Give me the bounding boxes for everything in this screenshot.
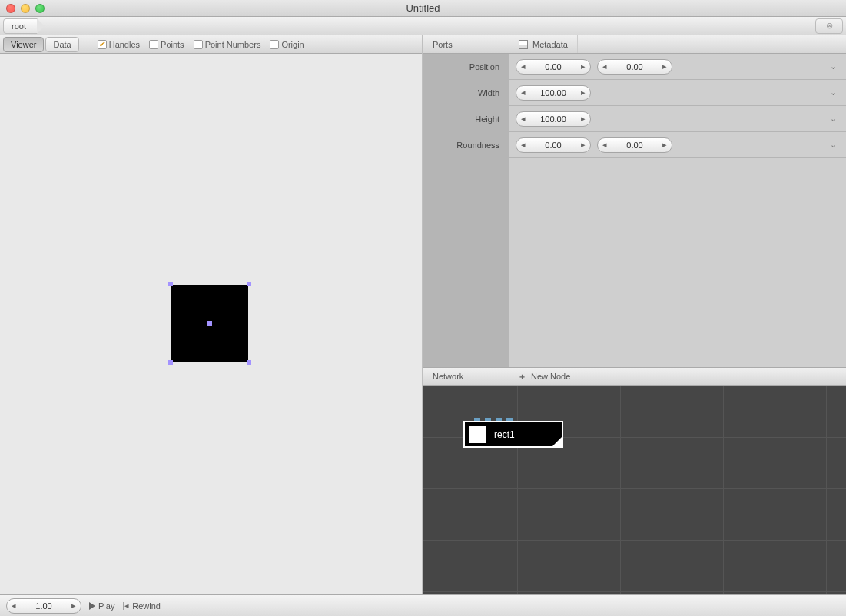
main-area: Viewer Data ✔Handles Points Point Number… (0, 35, 846, 594)
properties-empty-area (423, 158, 846, 367)
breadcrumb-root[interactable]: root (3, 18, 38, 34)
expand-icon[interactable]: ⌄ (828, 140, 838, 151)
new-node-button[interactable]: ＋ New Node (509, 368, 570, 385)
node-input-ports (474, 418, 513, 421)
play-icon (89, 602, 95, 610)
expand-icon[interactable]: ⌄ (828, 114, 838, 124)
decrement-icon[interactable]: ◂ (598, 138, 612, 152)
node-thumbnail (469, 426, 486, 443)
position-x-stepper[interactable]: ◂0.00▸ (516, 59, 591, 75)
property-roundness-label: Roundness (423, 132, 509, 157)
tab-viewer[interactable]: Viewer (3, 37, 44, 52)
tab-metadata[interactable]: Metadata (509, 35, 578, 53)
handle-top-right[interactable] (247, 282, 251, 286)
close-icon: ⊗ (826, 21, 833, 31)
new-node-label: New Node (531, 372, 570, 381)
tab-data[interactable]: Data (45, 37, 78, 52)
expand-icon[interactable]: ⌄ (828, 88, 838, 98)
tab-metadata-label: Metadata (532, 40, 568, 49)
checkbox-points[interactable]: Points (149, 40, 184, 49)
node-name-label: rect1 (494, 429, 515, 440)
checkbox-point-numbers[interactable]: Point Numbers (194, 40, 261, 49)
width-stepper[interactable]: ◂100.00▸ (516, 85, 591, 101)
viewer-pane: Viewer Data ✔Handles Points Point Number… (0, 35, 423, 594)
handle-bottom-left[interactable] (168, 360, 173, 365)
check-icon: ✔ (98, 40, 107, 49)
tab-ports-label: Ports (433, 40, 453, 49)
port-icon[interactable] (474, 418, 480, 421)
rewind-button[interactable]: |◂Rewind (122, 601, 161, 611)
network-canvas[interactable]: rect1 (423, 386, 846, 594)
checkbox-icon (149, 40, 158, 49)
checkbox-point-numbers-label: Point Numbers (205, 40, 261, 49)
property-roundness: Roundness ◂0.00▸ ◂0.00▸ ⌄ (423, 132, 846, 158)
network-header: Network ＋ New Node (423, 367, 846, 386)
handle-bottom-right[interactable] (247, 360, 251, 365)
right-pane: Ports Metadata Position ◂0.00▸ ◂0.00▸ ⌄ … (423, 35, 846, 594)
increment-icon[interactable]: ▸ (658, 60, 672, 74)
timeline-footer: ◂1.00▸ Play |◂Rewind (0, 594, 846, 616)
checkbox-handles-label: Handles (109, 40, 140, 49)
breadcrumb-root-label: root (12, 22, 26, 31)
port-icon[interactable] (485, 418, 491, 421)
port-icon[interactable] (506, 418, 513, 421)
checkbox-origin[interactable]: Origin (270, 40, 304, 49)
node-rect1[interactable]: rect1 (463, 421, 563, 448)
property-position: Position ◂0.00▸ ◂0.00▸ ⌄ (423, 54, 846, 80)
checkbox-points-label: Points (161, 40, 184, 49)
frame-value[interactable]: 1.00 (21, 601, 67, 611)
metadata-icon (519, 40, 528, 49)
roundness-x-stepper[interactable]: ◂0.00▸ (516, 137, 591, 153)
decrement-icon[interactable]: ◂ (516, 60, 530, 74)
viewer-canvas[interactable] (0, 54, 422, 594)
checkbox-handles[interactable]: ✔Handles (98, 40, 140, 49)
decrement-icon[interactable]: ◂ (516, 112, 530, 126)
increment-icon[interactable]: ▸ (576, 60, 590, 74)
network-title: Network (423, 368, 509, 385)
properties-header: Ports Metadata (423, 35, 846, 54)
checkbox-origin-label: Origin (281, 40, 304, 49)
handle-top-left[interactable] (168, 282, 173, 286)
increment-icon[interactable]: ▸ (576, 86, 590, 100)
tab-ports[interactable]: Ports (423, 35, 509, 53)
handle-center[interactable] (207, 321, 212, 326)
frame-stepper[interactable]: ◂1.00▸ (6, 598, 81, 614)
viewer-options: ✔Handles Points Point Numbers Origin (98, 40, 304, 49)
checkbox-icon (270, 40, 279, 49)
increment-icon[interactable]: ▸ (658, 138, 672, 152)
property-position-label: Position (423, 54, 509, 79)
property-width: Width ◂100.00▸ ⌄ (423, 80, 846, 106)
property-width-label: Width (423, 80, 509, 105)
breadcrumb-close-button[interactable]: ⊗ (815, 18, 843, 34)
decrement-icon[interactable]: ◂ (598, 60, 612, 74)
node-render-flag-icon[interactable] (552, 436, 562, 447)
decrement-icon[interactable]: ◂ (516, 86, 530, 100)
checkbox-icon (194, 40, 203, 49)
property-height-label: Height (423, 106, 509, 131)
decrement-icon[interactable]: ◂ (7, 599, 21, 613)
port-icon[interactable] (496, 418, 502, 421)
increment-icon[interactable]: ▸ (576, 112, 590, 126)
title-bar: Untitled (0, 0, 846, 17)
plus-icon: ＋ (517, 372, 526, 381)
breadcrumb-bar: root ⊗ (0, 17, 846, 35)
expand-icon[interactable]: ⌄ (828, 61, 838, 72)
decrement-icon[interactable]: ◂ (516, 138, 530, 152)
play-label: Play (98, 601, 114, 611)
position-y-stepper[interactable]: ◂0.00▸ (597, 59, 672, 75)
play-button[interactable]: Play (89, 601, 114, 611)
roundness-x-value[interactable]: 0.00 (530, 141, 576, 150)
position-x-value[interactable]: 0.00 (530, 62, 576, 71)
rewind-label: Rewind (132, 601, 161, 611)
height-stepper[interactable]: ◂100.00▸ (516, 111, 591, 127)
width-value[interactable]: 100.00 (530, 88, 576, 98)
roundness-y-stepper[interactable]: ◂0.00▸ (597, 137, 672, 153)
rewind-icon: |◂ (122, 601, 129, 611)
viewer-header: Viewer Data ✔Handles Points Point Number… (0, 35, 422, 54)
increment-icon[interactable]: ▸ (576, 138, 590, 152)
canvas-rect-shape[interactable] (171, 285, 248, 362)
height-value[interactable]: 100.00 (530, 114, 576, 124)
increment-icon[interactable]: ▸ (67, 599, 81, 613)
position-y-value[interactable]: 0.00 (612, 62, 658, 71)
roundness-y-value[interactable]: 0.00 (612, 141, 658, 150)
